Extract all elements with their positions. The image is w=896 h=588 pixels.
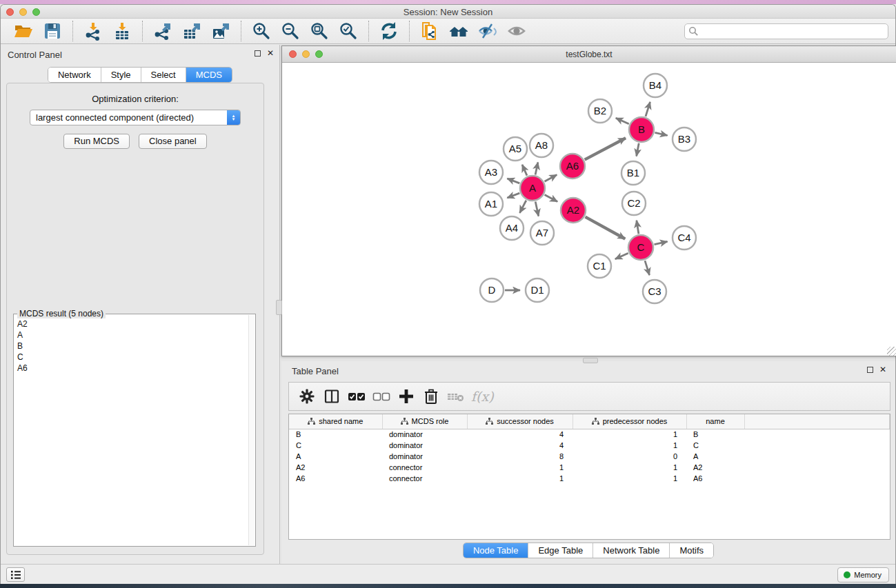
zoom-out-button[interactable]: [279, 20, 302, 42]
list-item[interactable]: A: [17, 330, 255, 341]
graph-node-B2[interactable]: B2: [588, 99, 612, 123]
graph-edge-C-C1[interactable]: [615, 253, 628, 259]
graph-node-C3[interactable]: C3: [643, 280, 666, 303]
show-all-button[interactable]: [505, 20, 528, 42]
horizontal-splitter-grip[interactable]: [583, 358, 598, 363]
graph-edge-A-A5[interactable]: [522, 165, 527, 176]
graph-edge-A-A8[interactable]: [535, 162, 538, 174]
column-header[interactable]: successor nodes: [467, 414, 573, 429]
graph-edge-A-A4[interactable]: [519, 201, 526, 213]
table-row[interactable]: Cdominator41C: [289, 440, 890, 451]
close-panel-button[interactable]: Close panel: [139, 134, 207, 149]
tab-motifs[interactable]: Motifs: [670, 543, 713, 558]
graph-node-A8[interactable]: A8: [530, 134, 553, 157]
close-panel-icon[interactable]: ✕: [879, 365, 886, 374]
graph-node-D[interactable]: D: [480, 278, 504, 302]
graph-node-A[interactable]: A: [520, 176, 545, 201]
run-mcds-button[interactable]: Run MCDS: [63, 134, 130, 149]
function-builder-button[interactable]: f(x): [471, 389, 494, 404]
graph-node-A7[interactable]: A7: [530, 221, 554, 245]
graph-node-D1[interactable]: D1: [526, 278, 549, 302]
vertical-splitter-grip[interactable]: [276, 300, 282, 315]
list-item[interactable]: C: [17, 352, 255, 363]
graph-node-A5[interactable]: A5: [504, 137, 527, 161]
graph-edge-A-A3[interactable]: [507, 179, 519, 183]
graph-node-A2[interactable]: A2: [561, 198, 586, 223]
graph-node-A1[interactable]: A1: [479, 192, 503, 216]
close-panel-icon[interactable]: ✕: [267, 49, 274, 57]
graph-edge-C-C4[interactable]: [655, 241, 668, 244]
float-panel-icon[interactable]: [867, 367, 873, 373]
network-resize-grip[interactable]: [887, 347, 896, 356]
graph-edge-C-C2[interactable]: [637, 221, 639, 234]
import-table-button[interactable]: [110, 20, 134, 42]
graph-edge-A6-B[interactable]: [585, 138, 626, 159]
search-input[interactable]: [684, 23, 888, 39]
result-scrollbar[interactable]: [248, 315, 255, 545]
column-header[interactable]: predecessor nodes: [573, 414, 686, 429]
delete-table-button[interactable]: [444, 385, 468, 408]
criterion-dropdown[interactable]: largest connected component (directed) ▲…: [30, 110, 241, 125]
save-session-button[interactable]: [41, 20, 64, 42]
memory-button[interactable]: Memory: [837, 567, 889, 582]
graph-node-C[interactable]: C: [628, 235, 653, 260]
graph-edge-B-B1[interactable]: [637, 143, 639, 156]
split-columns-button[interactable]: [319, 385, 344, 408]
graph-edge-A-A2[interactable]: [545, 195, 558, 202]
tab-select[interactable]: Select: [141, 68, 186, 82]
graph-node-B[interactable]: B: [629, 117, 654, 142]
tab-style[interactable]: Style: [101, 68, 141, 82]
tab-network[interactable]: Network: [48, 68, 101, 82]
select-all-button[interactable]: [344, 385, 369, 408]
task-history-button[interactable]: [6, 567, 25, 582]
graph-edge-A-A7[interactable]: [535, 202, 539, 216]
column-header[interactable]: name: [686, 414, 744, 429]
zoom-in-button[interactable]: [250, 20, 273, 42]
graph-node-C4[interactable]: C4: [673, 226, 696, 250]
import-network-button[interactable]: [81, 20, 105, 42]
graph-edge-B-B2[interactable]: [616, 118, 629, 124]
table-settings-button[interactable]: [295, 385, 319, 408]
list-item[interactable]: A2: [17, 318, 255, 330]
graph-edge-A-A6[interactable]: [545, 175, 557, 182]
table-row[interactable]: A2connector11A2: [289, 462, 890, 473]
zoom-selected-button[interactable]: [337, 20, 360, 42]
table-row[interactable]: Bdominator41B: [289, 429, 890, 440]
graph-node-C1[interactable]: C1: [588, 254, 611, 278]
table-row[interactable]: Adominator80A: [289, 451, 890, 462]
add-column-button[interactable]: [394, 385, 419, 408]
table-row[interactable]: A6connector11A6: [289, 473, 890, 484]
export-image-button[interactable]: [209, 20, 232, 42]
graph-edge-A-A1[interactable]: [507, 193, 519, 198]
column-header[interactable]: MCDS role: [382, 414, 467, 429]
graph-edge-C-C3[interactable]: [645, 261, 650, 275]
tab-edge-table[interactable]: Edge Table: [528, 543, 593, 558]
hide-selected-button[interactable]: [476, 20, 499, 42]
graph-node-B3[interactable]: B3: [673, 128, 696, 151]
graph-edge-B-B4[interactable]: [646, 102, 650, 116]
refresh-button[interactable]: [377, 20, 401, 42]
column-header[interactable]: shared name: [289, 414, 382, 429]
home-layout-button[interactable]: [447, 20, 470, 42]
delete-column-button[interactable]: [419, 385, 444, 408]
tab-node-table[interactable]: Node Table: [464, 543, 529, 558]
graph-node-B1[interactable]: B1: [621, 161, 645, 185]
graph-node-A4[interactable]: A4: [500, 216, 524, 240]
tab-network-table[interactable]: Network Table: [593, 543, 670, 558]
graph-edge-B-B3[interactable]: [655, 132, 668, 135]
clone-network-button[interactable]: [418, 20, 441, 42]
list-item[interactable]: A6: [17, 363, 255, 374]
graph-node-A6[interactable]: A6: [560, 154, 585, 179]
zoom-fit-button[interactable]: [308, 20, 331, 42]
network-canvas[interactable]: B4B2BB3A8A5A6A3B1AC2A1A2A4A7C4CC1DD1C3: [282, 63, 896, 356]
graph-node-B4[interactable]: B4: [644, 74, 667, 97]
graph-node-A3[interactable]: A3: [479, 161, 503, 184]
tab-mcds[interactable]: MCDS: [186, 68, 232, 82]
graph-node-C2[interactable]: C2: [622, 192, 646, 215]
float-panel-icon[interactable]: [255, 50, 261, 57]
graph-edge-A2-C[interactable]: [586, 217, 626, 239]
export-table-button[interactable]: [180, 20, 203, 42]
deselect-all-button[interactable]: [369, 385, 394, 408]
export-network-button[interactable]: [151, 20, 175, 42]
open-session-button[interactable]: [12, 20, 35, 42]
